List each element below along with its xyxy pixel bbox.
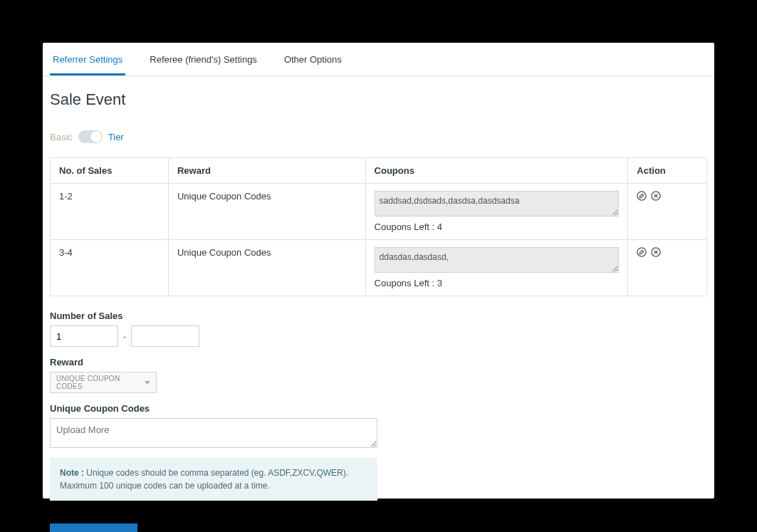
cell-action bbox=[628, 240, 707, 296]
field-unique-codes: Unique Coupon Codes Note : Unique codes … bbox=[50, 403, 707, 501]
delete-icon[interactable] bbox=[651, 247, 661, 257]
table-row: 3-4 Unique Coupon Codes Coupons Left : 3 bbox=[51, 240, 707, 296]
tab-referee-settings[interactable]: Referee (friend's) Settings bbox=[147, 43, 260, 75]
table-row: 1-2 Unique Coupon Codes Coupons Left : 4 bbox=[51, 184, 707, 240]
svg-point-0 bbox=[637, 192, 646, 200]
th-sales: No. of Sales bbox=[51, 158, 169, 184]
cell-reward: Unique Coupon Codes bbox=[168, 184, 365, 240]
toggle-knob bbox=[90, 131, 102, 142]
toggle-label-tier: Tier bbox=[108, 132, 124, 142]
svg-point-2 bbox=[637, 248, 646, 256]
upload-codes-textarea[interactable] bbox=[50, 418, 377, 448]
th-action: Action bbox=[628, 158, 707, 184]
reward-select-value: UNIQUE COUPON CODES bbox=[56, 375, 145, 390]
cell-coupons: Coupons Left : 3 bbox=[365, 240, 628, 296]
coupons-left-label: Coupons Left : 4 bbox=[375, 221, 620, 232]
coupons-left-label: Coupons Left : 3 bbox=[375, 278, 620, 288]
edit-icon[interactable] bbox=[637, 191, 647, 201]
cell-action bbox=[628, 184, 707, 240]
content-area: Sale Event Basic Tier No. of Sales Rewar… bbox=[43, 76, 714, 532]
range-separator: - bbox=[118, 331, 131, 342]
cell-sales: 3-4 bbox=[51, 240, 169, 296]
toggle-label-basic: Basic bbox=[50, 132, 73, 142]
note-box: Note : Unique codes should be comma sepa… bbox=[50, 458, 377, 501]
field-reward: Reward UNIQUE COUPON CODES bbox=[50, 357, 707, 393]
tier-table: No. of Sales Reward Coupons Action 1-2 U… bbox=[50, 157, 707, 296]
chevron-down-icon bbox=[145, 381, 150, 385]
cell-reward: Unique Coupon Codes bbox=[168, 240, 365, 296]
edit-icon[interactable] bbox=[637, 247, 647, 257]
settings-panel: Referrer Settings Referee (friend's) Set… bbox=[43, 43, 714, 499]
coupons-textarea[interactable] bbox=[375, 191, 620, 217]
mode-toggle[interactable] bbox=[78, 130, 103, 143]
tabs-bar: Referrer Settings Referee (friend's) Set… bbox=[43, 43, 714, 76]
tab-referrer-settings[interactable]: Referrer Settings bbox=[50, 43, 125, 75]
add-reward-button[interactable]: Add Reward bbox=[50, 523, 137, 532]
sales-from-input[interactable] bbox=[50, 325, 118, 347]
tab-other-options[interactable]: Other Options bbox=[281, 43, 345, 75]
note-label: Note : bbox=[60, 468, 84, 478]
page-title: Sale Event bbox=[50, 90, 707, 109]
sales-to-input[interactable] bbox=[131, 325, 199, 347]
reward-select[interactable]: UNIQUE COUPON CODES bbox=[50, 372, 157, 393]
th-coupons: Coupons bbox=[365, 158, 628, 184]
note-text: Unique codes should be comma separated (… bbox=[60, 468, 348, 491]
reward-label: Reward bbox=[50, 357, 707, 367]
cell-coupons: Coupons Left : 4 bbox=[365, 184, 628, 240]
number-of-sales-label: Number of Sales bbox=[50, 311, 707, 321]
coupons-textarea[interactable] bbox=[375, 247, 620, 273]
cell-sales: 1-2 bbox=[51, 184, 169, 240]
table-header-row: No. of Sales Reward Coupons Action bbox=[51, 158, 707, 184]
field-number-of-sales: Number of Sales - bbox=[50, 311, 707, 347]
unique-codes-label: Unique Coupon Codes bbox=[50, 403, 707, 414]
mode-toggle-row: Basic Tier bbox=[50, 130, 707, 143]
th-reward: Reward bbox=[168, 158, 365, 184]
delete-icon[interactable] bbox=[651, 191, 661, 201]
